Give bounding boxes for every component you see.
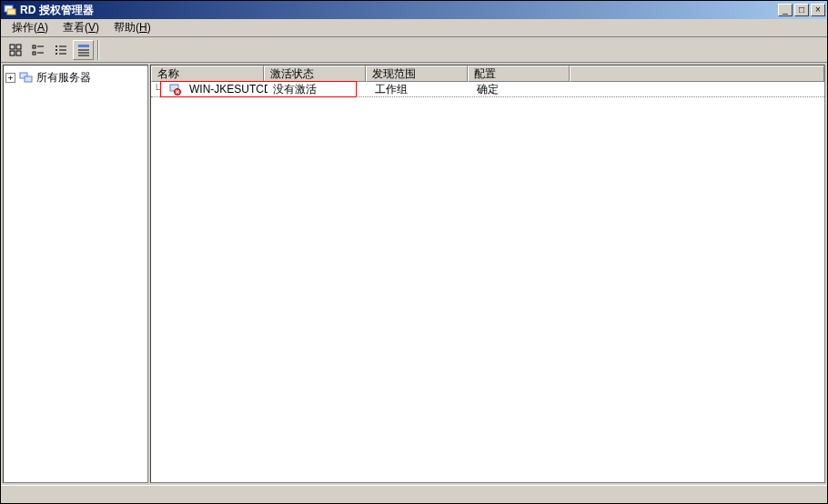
app-icon — [3, 3, 17, 17]
list-pane: 名称 激活状态 发现范围 配置 └ — [150, 65, 825, 483]
toolbar-small-icons-button[interactable] — [27, 40, 48, 60]
window-controls: _ □ × — [778, 4, 825, 16]
svg-rect-3 — [16, 45, 21, 49]
column-activate[interactable]: 激活状态 — [264, 66, 366, 82]
svg-rect-4 — [10, 51, 15, 55]
svg-rect-2 — [10, 45, 15, 49]
list-header: 名称 激活状态 发现范围 配置 — [151, 66, 824, 82]
status-bar — [1, 485, 827, 503]
toolbar-large-icons-button[interactable] — [5, 40, 25, 60]
tree-connector-icon: └ — [151, 84, 162, 96]
list-body[interactable]: └ WIN-JKESUTCDKFE 没有激活 工作组 确定 — [151, 82, 824, 482]
menu-help[interactable]: 帮助(H) — [106, 18, 158, 37]
tree-root-row[interactable]: + 所有服务器 — [5, 69, 146, 86]
svg-rect-6 — [33, 45, 35, 48]
menu-bar: 操作(A) 查看(V) 帮助(H) — [1, 19, 827, 37]
list-row[interactable]: └ WIN-JKESUTCDKFE 没有激活 工作组 确定 — [151, 82, 824, 97]
toolbar-list-button[interactable] — [50, 40, 71, 60]
servers-icon — [19, 70, 34, 85]
tree-root-label: 所有服务器 — [36, 70, 91, 86]
menu-action[interactable]: 操作(A) — [5, 18, 56, 37]
svg-point-10 — [56, 45, 57, 47]
column-filler — [570, 66, 824, 82]
svg-rect-21 — [25, 76, 32, 82]
maximize-button[interactable]: □ — [794, 4, 809, 16]
toolbar-separator — [97, 40, 98, 60]
menu-view[interactable]: 查看(V) — [56, 18, 106, 37]
main-area: + 所有服务器 名称 激活状态 发现范围 配置 └ — [1, 63, 827, 485]
toolbar-details-button[interactable] — [73, 40, 94, 60]
tree-pane[interactable]: + 所有服务器 — [3, 65, 148, 483]
window-title: RD 授权管理器 — [20, 3, 778, 18]
toolbar — [1, 37, 827, 63]
svg-point-12 — [56, 53, 57, 55]
app-window: RD 授权管理器 _ □ × 操作(A) 查看(V) 帮助(H) + — [0, 0, 828, 504]
server-inactive-icon — [167, 83, 182, 96]
expand-icon[interactable]: + — [5, 73, 15, 83]
svg-rect-1 — [7, 9, 15, 15]
column-name[interactable]: 名称 — [151, 66, 264, 82]
column-scope[interactable]: 发现范围 — [366, 66, 468, 82]
cell-config: 确定 — [471, 82, 573, 97]
column-config[interactable]: 配置 — [468, 66, 570, 82]
minimize-button[interactable]: _ — [778, 4, 793, 16]
svg-rect-7 — [33, 52, 35, 55]
title-bar[interactable]: RD 授权管理器 _ □ × — [1, 1, 827, 19]
cell-name: WIN-JKESUTCDKFE — [184, 83, 268, 96]
cell-activate: 没有激活 — [268, 82, 369, 97]
svg-rect-5 — [16, 51, 21, 55]
close-button[interactable]: × — [811, 4, 825, 16]
cell-scope: 工作组 — [369, 82, 471, 97]
svg-rect-16 — [78, 45, 89, 47]
svg-point-11 — [56, 49, 57, 51]
